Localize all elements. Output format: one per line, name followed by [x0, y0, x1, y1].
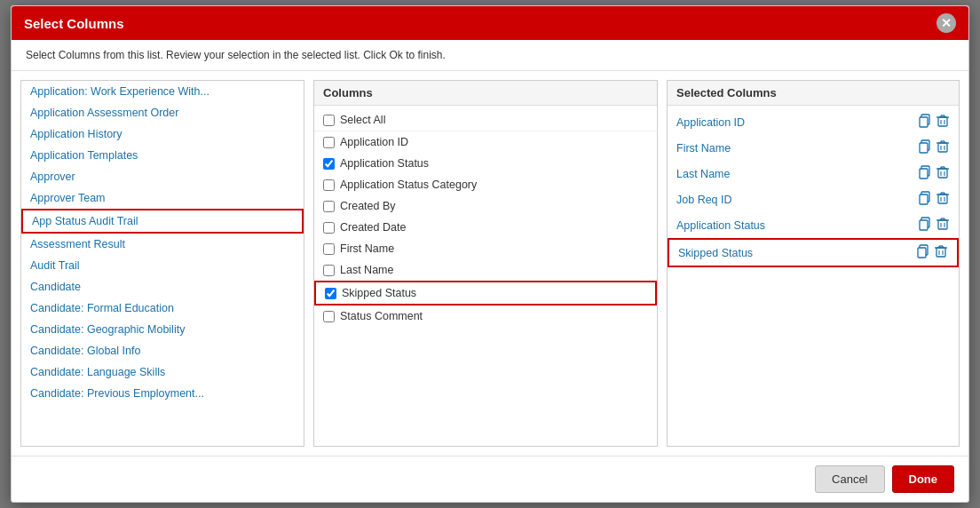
column-item-last-name: Last Name [314, 259, 657, 281]
left-panel-item-approver[interactable]: Approver [21, 166, 304, 187]
trash-icon-last-name[interactable] [936, 165, 950, 182]
left-panel-item-candidate[interactable]: Candidate [21, 276, 304, 298]
column-checkbox-created-by[interactable] [323, 201, 335, 212]
left-panel-item-app-templates[interactable]: Application Templates [21, 145, 304, 166]
selected-item-label-first-name: First Name [676, 142, 918, 155]
selected-list: Application ID First Name Last Name Job … [668, 106, 959, 446]
column-checkbox-application-id[interactable] [323, 137, 335, 148]
column-checkbox-first-name[interactable] [323, 243, 335, 255]
column-label-application-status-category: Application Status Category [340, 179, 477, 191]
column-label-last-name: Last Name [340, 264, 393, 276]
svg-rect-2 [938, 117, 947, 126]
copy-icon-application-status[interactable] [918, 217, 932, 234]
modal-body: Application: Work Experience With...Appl… [12, 71, 968, 456]
column-checkbox-last-name[interactable] [323, 265, 335, 276]
instruction-text: Select Columns from this list. Review yo… [12, 40, 968, 71]
column-label-created-by: Created By [340, 200, 396, 212]
selected-item-actions-skipped-status [916, 244, 948, 261]
done-button[interactable]: Done [892, 465, 955, 493]
copy-icon-job-req-id[interactable] [918, 191, 932, 208]
copy-icon-last-name[interactable] [918, 165, 932, 182]
selected-item-application-id: Application ID [668, 109, 959, 135]
column-checkbox-skipped-status[interactable] [325, 288, 336, 299]
modal-overlay: Select Columns ✕ Select Columns from thi… [0, 0, 980, 508]
column-checkbox-application-status-category[interactable] [323, 179, 335, 191]
left-panel-item-candidate-geo-mob[interactable]: Candidate: Geographic Mobility [21, 319, 304, 340]
left-panel-item-candidate-formal-ed[interactable]: Candidate: Formal Education [21, 298, 304, 319]
left-panel-item-candidate-lang-skills[interactable]: Candidate: Language Skills [21, 361, 304, 383]
left-panel-item-app-history[interactable]: Application History [21, 123, 304, 145]
selected-item-label-job-req-id: Job Req ID [676, 194, 918, 206]
columns-panel: Columns Select All Application IDApplica… [313, 80, 658, 447]
modal-header: Select Columns ✕ [12, 6, 968, 40]
selected-item-actions-application-id [918, 114, 950, 131]
left-panel-item-assessment-result[interactable]: Assessment Result [21, 234, 304, 255]
selected-columns-panel: Selected Columns Application ID First Na… [667, 80, 960, 447]
copy-icon-skipped-status[interactable] [916, 244, 930, 261]
column-item-application-status-category: Application Status Category [314, 174, 657, 195]
svg-rect-10 [920, 143, 928, 153]
svg-rect-47 [937, 248, 945, 257]
column-checkbox-status-comment[interactable] [323, 311, 335, 322]
cancel-button[interactable]: Cancel [815, 465, 884, 493]
left-panel-item-app-assessment-order[interactable]: Application Assessment Order [21, 102, 304, 123]
svg-rect-1 [920, 117, 928, 127]
svg-rect-29 [938, 194, 947, 203]
column-checkbox-created-date[interactable] [323, 222, 335, 234]
select-all-checkbox[interactable] [323, 115, 335, 126]
column-item-skipped-status: Skipped Status [314, 281, 657, 306]
left-panel-item-audit-trail[interactable]: Audit Trail [21, 255, 304, 276]
selected-item-skipped-status: Skipped Status [668, 238, 959, 267]
svg-rect-38 [938, 220, 947, 229]
selected-item-last-name: Last Name [668, 161, 959, 187]
source-list-panel: Application: Work Experience With...Appl… [20, 80, 304, 447]
column-item-status-comment: Status Comment [314, 306, 657, 327]
column-item-application-id: Application ID [314, 131, 657, 153]
trash-icon-skipped-status[interactable] [934, 244, 948, 261]
selected-item-actions-last-name [918, 165, 950, 182]
selected-item-label-skipped-status: Skipped Status [678, 247, 916, 259]
left-panel-item-app-work-exp[interactable]: Application: Work Experience With... [21, 81, 304, 102]
left-panel-item-candidate-global-info[interactable]: Candidate: Global Info [21, 340, 304, 361]
column-checkbox-application-status[interactable] [323, 158, 335, 170]
left-panel-item-approver-team[interactable]: Approver Team [21, 187, 304, 209]
column-item-created-by: Created By [314, 195, 657, 217]
selected-item-actions-application-status [918, 217, 950, 234]
modal-footer: Cancel Done [12, 456, 968, 502]
selected-item-application-status: Application Status [668, 212, 959, 238]
copy-icon-application-id[interactable] [918, 114, 932, 131]
columns-panel-header: Columns [314, 81, 657, 106]
column-label-created-date: Created Date [340, 221, 406, 234]
column-label-skipped-status: Skipped Status [342, 287, 416, 299]
copy-icon-first-name[interactable] [918, 139, 932, 156]
trash-icon-application-id[interactable] [936, 114, 950, 131]
svg-rect-28 [920, 194, 928, 204]
svg-rect-11 [938, 143, 947, 152]
select-columns-modal: Select Columns ✕ Select Columns from thi… [11, 5, 969, 503]
selected-item-label-last-name: Last Name [676, 168, 918, 180]
left-panel-item-candidate-prev-emp[interactable]: Candidate: Previous Employment... [21, 383, 304, 404]
close-button[interactable]: ✕ [937, 13, 956, 33]
column-label-first-name: First Name [340, 242, 394, 255]
columns-list: Select All Application IDApplication Sta… [314, 106, 657, 446]
selected-item-job-req-id: Job Req ID [668, 187, 959, 212]
selected-item-label-application-id: Application ID [676, 116, 918, 129]
select-all-label: Select All [340, 114, 385, 126]
column-label-status-comment: Status Comment [340, 310, 423, 322]
selected-item-label-application-status: Application Status [676, 219, 918, 232]
svg-rect-19 [920, 169, 928, 179]
trash-icon-first-name[interactable] [936, 139, 950, 156]
column-label-application-status: Application Status [340, 157, 429, 170]
selected-item-actions-first-name [918, 139, 950, 156]
left-panel-item-app-status-audit-trail[interactable]: App Status Audit Trail [21, 209, 304, 234]
trash-icon-application-status[interactable] [936, 217, 950, 234]
svg-rect-37 [920, 220, 928, 230]
modal-title: Select Columns [24, 16, 124, 31]
column-item-first-name: First Name [314, 238, 657, 259]
selected-item-actions-job-req-id [918, 191, 950, 208]
column-item-application-status: Application Status [314, 153, 657, 174]
selected-panel-header: Selected Columns [668, 81, 959, 106]
trash-icon-job-req-id[interactable] [936, 191, 950, 208]
svg-rect-20 [938, 169, 947, 178]
selected-item-first-name: First Name [668, 135, 959, 161]
